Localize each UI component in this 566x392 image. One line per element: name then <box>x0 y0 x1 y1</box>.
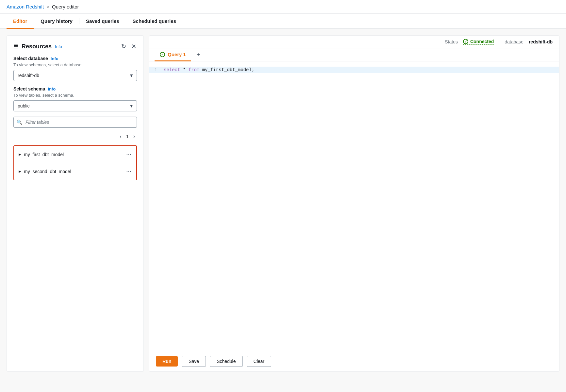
breadcrumb-separator: > <box>46 4 49 9</box>
tab-editor[interactable]: Editor <box>7 14 34 29</box>
status-bar: Status ✓ Connected database redshift-db <box>149 36 559 48</box>
status-divider <box>499 39 499 44</box>
schema-hint: To view tables, select a schema. <box>13 93 137 98</box>
select-database-label: Select database Info <box>13 56 137 61</box>
resources-panel: ≣ Resources Info ↻ ✕ Select database Inf… <box>7 35 144 372</box>
code-line-1: 1 select * from my_first_dbt_model; <box>149 67 559 73</box>
table-actions-button-2[interactable]: ⋯ <box>126 168 132 174</box>
pagination: ‹ 1 › <box>13 133 137 140</box>
breadcrumb: Amazon Redshift > Query editor <box>0 0 566 14</box>
code-editor[interactable]: 1 select * from my_first_dbt_model; <box>149 61 559 351</box>
editor-panel: Status ✓ Connected database redshift-db … <box>149 35 559 372</box>
table-item-left-1: ▶ my_first_dbt_model <box>19 152 64 157</box>
resources-header: ≣ Resources Info ↻ ✕ <box>13 42 137 51</box>
database-label: database <box>505 39 524 44</box>
schema-select-wrapper: public ▼ <box>13 100 137 111</box>
select-schema-section: Select schema Info To view tables, selec… <box>13 86 137 111</box>
select-schema-label: Select schema Info <box>13 86 137 91</box>
run-button[interactable]: Run <box>156 356 178 367</box>
save-button[interactable]: Save <box>182 356 206 367</box>
refresh-button[interactable]: ↻ <box>121 42 127 51</box>
table-name-2: my_second_dbt_model <box>24 169 71 174</box>
database-info-badge[interactable]: Info <box>51 56 58 61</box>
breadcrumb-link-redshift[interactable]: Amazon Redshift <box>7 4 44 9</box>
action-bar: Run Save Schedule Clear <box>149 351 559 371</box>
clear-button[interactable]: Clear <box>247 356 271 367</box>
prev-page-button[interactable]: ‹ <box>118 133 124 140</box>
expand-icon-1: ▶ <box>19 153 21 156</box>
table-actions-button-1[interactable]: ⋯ <box>126 151 132 157</box>
table-list: ▶ my_first_dbt_model ⋯ ▶ my_second_dbt_m… <box>13 145 137 180</box>
database-select-wrapper: redshift-db ▼ <box>13 70 137 81</box>
next-page-button[interactable]: › <box>131 133 137 140</box>
filter-tables-wrapper: 🔍 <box>13 117 137 128</box>
tab-saved-queries[interactable]: Saved queries <box>79 14 126 29</box>
database-select[interactable]: redshift-db <box>13 70 137 81</box>
add-query-tab-button[interactable]: + <box>192 48 204 61</box>
line-number-1: 1 <box>155 68 164 73</box>
resources-title-group: ≣ Resources Info <box>13 43 62 50</box>
connected-icon: ✓ <box>463 39 468 44</box>
status-label: Status <box>445 39 458 44</box>
code-tablename: my_first_dbt_model; <box>202 67 255 73</box>
table-row[interactable]: ▶ my_second_dbt_model ⋯ <box>14 163 136 180</box>
resources-icon: ≣ <box>13 43 18 50</box>
expand-icon-2: ▶ <box>19 170 21 173</box>
filter-tables-input[interactable] <box>13 117 137 128</box>
query-tab-name: Query 1 <box>168 52 186 57</box>
schema-info-badge[interactable]: Info <box>48 87 56 91</box>
connected-text: Connected <box>470 39 494 44</box>
schedule-button[interactable]: Schedule <box>210 356 242 367</box>
keyword-from: from <box>189 67 200 73</box>
database-value: redshift-db <box>529 39 553 44</box>
tab-query-history[interactable]: Query history <box>34 14 79 29</box>
table-row[interactable]: ▶ my_first_dbt_model ⋯ <box>14 146 136 163</box>
resources-title: Resources <box>22 43 52 50</box>
resources-actions: ↻ ✕ <box>121 42 137 51</box>
database-hint: To view schemas, select a database. <box>13 62 137 67</box>
main-tab-bar: Editor Query history Saved queries Sched… <box>0 14 566 29</box>
keyword-select: select <box>164 67 180 73</box>
query-tabs: ✓ Query 1 + <box>149 48 559 61</box>
search-icon: 🔍 <box>17 120 22 125</box>
page-number: 1 <box>126 134 129 139</box>
close-resources-button[interactable]: ✕ <box>131 42 137 51</box>
query-tab-1[interactable]: ✓ Query 1 <box>155 48 191 61</box>
main-content: ≣ Resources Info ↻ ✕ Select database Inf… <box>0 29 566 378</box>
breadcrumb-current: Query editor <box>52 4 79 9</box>
query-tab-status-icon: ✓ <box>160 52 165 57</box>
connected-status: ✓ Connected <box>463 39 494 45</box>
code-star: * <box>183 67 189 73</box>
code-content-1: select * from my_first_dbt_model; <box>164 67 554 73</box>
select-database-section: Select database Info To view schemas, se… <box>13 56 137 81</box>
table-item-left-2: ▶ my_second_dbt_model <box>19 169 71 174</box>
tab-scheduled-queries[interactable]: Scheduled queries <box>126 14 183 29</box>
resources-info-badge[interactable]: Info <box>55 44 62 49</box>
schema-select[interactable]: public <box>13 100 137 111</box>
table-name-1: my_first_dbt_model <box>24 152 64 157</box>
